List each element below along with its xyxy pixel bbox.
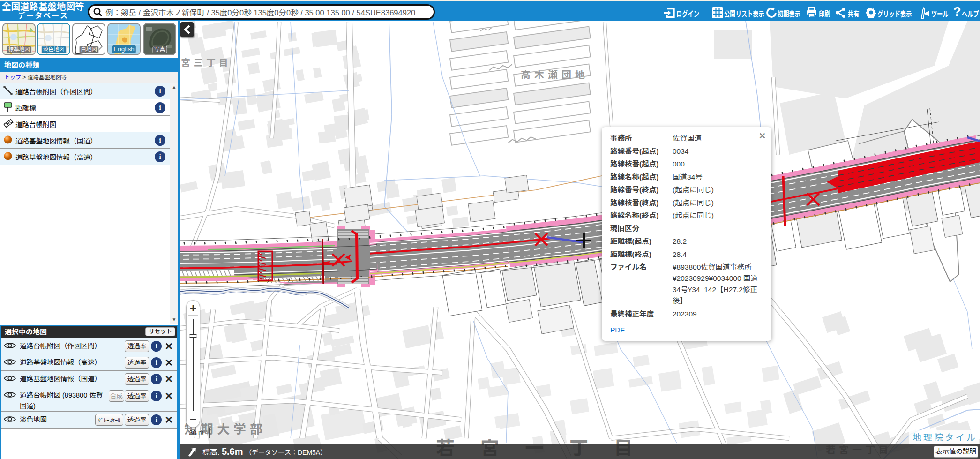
svg-text:宮三丁目: 宮三丁目 [181, 58, 232, 68]
svg-text:高木瀬団地: 高木瀬団地 [521, 69, 589, 80]
